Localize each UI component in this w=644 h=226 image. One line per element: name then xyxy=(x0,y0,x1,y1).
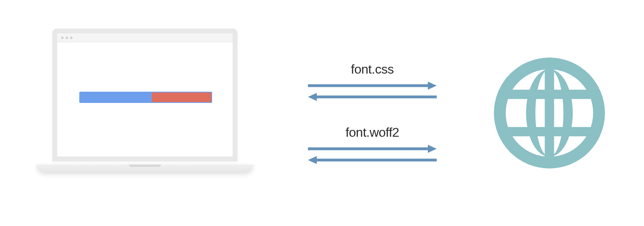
diagram-container: font.css font.woff2 xyxy=(0,0,644,226)
browser-chrome xyxy=(57,33,233,42)
window-control-dot xyxy=(66,37,68,39)
loading-progress-bar xyxy=(79,92,212,103)
laptop-notch xyxy=(129,164,161,167)
globe-icon xyxy=(491,55,608,171)
request-group-css: font.css xyxy=(308,62,437,101)
laptop-screen xyxy=(52,29,237,161)
arrow-left-icon xyxy=(308,93,437,101)
loading-pending-segment xyxy=(152,92,212,102)
network-requests-section: font.css font.woff2 xyxy=(270,62,475,164)
request-label: font.woff2 xyxy=(345,125,399,140)
svg-marker-3 xyxy=(308,93,317,101)
window-control-dot xyxy=(70,37,72,39)
arrow-right-icon xyxy=(308,145,437,153)
request-group-woff2: font.woff2 xyxy=(308,125,437,164)
arrow-right-icon xyxy=(308,82,437,90)
svg-rect-14 xyxy=(545,69,554,157)
laptop-illustration xyxy=(36,29,254,197)
laptop-base xyxy=(36,164,254,173)
arrow-pair xyxy=(308,82,437,101)
arrow-left-icon xyxy=(308,156,437,164)
svg-marker-1 xyxy=(428,82,437,90)
arrow-pair xyxy=(308,145,437,164)
window-control-dot xyxy=(61,37,64,39)
svg-marker-5 xyxy=(428,145,437,153)
svg-marker-7 xyxy=(308,156,317,164)
request-label: font.css xyxy=(351,62,394,77)
